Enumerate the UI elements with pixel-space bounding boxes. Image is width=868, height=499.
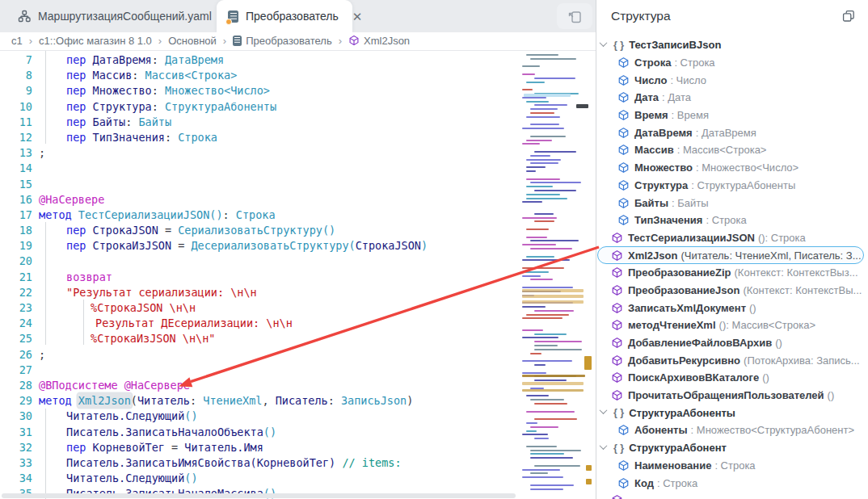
minimap-mark: [526, 101, 549, 103]
code-editor[interactable]: 7пер ДатаВремя: ДатаВремя8пер Массив: Ма…: [0, 51, 521, 499]
tree-item[interactable]: [596, 492, 868, 499]
tree-item-type: : Строка: [714, 459, 755, 472]
code-line[interactable]: 28@ВПодсистеме @НаСервере: [0, 378, 521, 393]
code-line[interactable]: 24Результат ДЕсериализации: \н\н: [0, 316, 521, 331]
code-line[interactable]: 18пер СтрокаJSON = СериализоватьСтруктур…: [0, 223, 521, 238]
breadcrumb-item-project[interactable]: c1::Офис магазин 8 1.0: [39, 35, 152, 47]
tree-item[interactable]: ДатаВремя: ДатаВремя: [596, 124, 868, 141]
tree-item[interactable]: Массив: Массив<Строка>: [596, 141, 868, 159]
cube-icon: [611, 337, 623, 349]
line-number: 25: [0, 331, 32, 346]
minimap-mark: [534, 438, 549, 439]
minimap[interactable]: [521, 51, 596, 499]
tree-item[interactable]: ПрочитатьОбращенияПользователей(): [596, 387, 868, 405]
tree-item[interactable]: ПоискАрхивовВКаталоге(): [596, 369, 868, 387]
chevron-down-icon[interactable]: [600, 39, 608, 47]
breadcrumb-item-preobrazovatel[interactable]: Преобразователь: [233, 35, 332, 47]
minimap-mark: [530, 182, 581, 183]
tree-item-name: Код: [634, 477, 654, 489]
tab-preobrazovatel[interactable]: Преобразователь ✕: [217, 0, 352, 32]
tree-item[interactable]: ДобавлениеФайловВАрхив(): [596, 334, 868, 352]
tree-item[interactable]: Код: Строка: [596, 474, 868, 492]
code-line[interactable]: 12пер ТипЗначения: Строка: [0, 130, 521, 145]
code-line[interactable]: 33Писатель.ЗаписатьИмяСвойства(КорневойТ…: [0, 455, 521, 471]
code-line[interactable]: 31Писатель.ЗаписатьНачалоОбъекта(): [0, 425, 521, 440]
code-line[interactable]: 34Читатель.Следующий(): [0, 471, 521, 486]
tree-item[interactable]: методЧтениеXml(): Массив<Строка>: [596, 317, 868, 334]
horizontal-scrollbar[interactable]: [2, 493, 516, 498]
minimap-mark: [526, 178, 560, 180]
code-line[interactable]: 29метод Xml2Json(Читатель: ЧтениеXml, Пи…: [0, 393, 521, 409]
tree-item[interactable]: ДобавитьРекурсивно(ПотокАрхива: Запись..…: [596, 351, 868, 369]
code-line[interactable]: 17метод ТестСериализацииJSON(): Строка: [0, 208, 521, 223]
code-line[interactable]: 9пер Множество: Множество<Число>: [0, 83, 521, 99]
code-line[interactable]: 27: [0, 363, 521, 378]
cube-icon: [611, 494, 623, 499]
minimap-mark: [522, 434, 548, 435]
code-line[interactable]: 22"Результат сериализации: \н\н: [0, 285, 521, 300]
code-line[interactable]: 8пер Массив: Массив<Строка>: [0, 68, 521, 83]
code-line[interactable]: 26;: [0, 347, 521, 363]
code-line[interactable]: 30Читатель.Следующий(): [0, 409, 521, 424]
code-line[interactable]: 23%СтрокаJSON \н\н: [0, 300, 521, 316]
code-line[interactable]: 15: [0, 177, 521, 192]
chevron-down-icon[interactable]: [600, 406, 608, 414]
tree-item[interactable]: Байты: Байты: [596, 194, 868, 212]
tree-item[interactable]: ЗаписатьXmlДокумент(): [596, 299, 868, 317]
code-line[interactable]: 11пер Байты: Байты: [0, 115, 521, 130]
code-line[interactable]: 25%СтрокаИзJSON \н\н": [0, 331, 521, 346]
chevron-down-icon[interactable]: [600, 442, 608, 450]
line-number: 21: [0, 270, 32, 285]
tree-item[interactable]: { }СтруктураАбонент: [596, 439, 868, 457]
tree-item-name: ДатаВремя: [634, 127, 693, 139]
code-line[interactable]: 32пер КорневойТег = Читатель.Имя: [0, 440, 521, 455]
code-line[interactable]: 19пер СтрокаИзJSON = ДесериализоватьСтру…: [0, 238, 521, 254]
code-line[interactable]: 20: [0, 254, 521, 269]
minimap-mark: [522, 306, 546, 308]
tree-item[interactable]: ТестСериализацииJSON(): Строка: [596, 229, 868, 247]
breadcrumb-item-xml2json[interactable]: Xml2Json: [348, 35, 410, 47]
tree-item[interactable]: ТипЗначения: Строка: [596, 212, 868, 229]
tree-item[interactable]: Абоненты: Множество<СтруктураАбонент>: [596, 421, 868, 439]
minimap-mark: [534, 220, 554, 222]
line-number: 22: [0, 285, 32, 300]
tree-item[interactable]: Строка: Строка: [596, 54, 868, 72]
line-number: 11: [0, 115, 32, 130]
tree-item[interactable]: Наименование: Строка: [596, 457, 868, 475]
breadcrumb-item-osnovnoy[interactable]: Основной: [168, 35, 217, 47]
code-line[interactable]: 7пер ДатаВремя: ДатаВремя: [0, 52, 521, 68]
tree-item[interactable]: ПреобразованиеJson(Контекст: КонтекстВы.…: [596, 282, 868, 300]
line-number: 15: [0, 177, 32, 192]
minimap-mark: [526, 422, 537, 424]
tree-item[interactable]: { }СтруктураАбоненты: [596, 404, 868, 421]
tree-item[interactable]: Число: Число: [596, 71, 868, 89]
code-line[interactable]: 10пер Структура: СтруктураАбоненты: [0, 99, 521, 115]
tree-item[interactable]: Структура: СтруктураАбоненты: [596, 177, 868, 195]
minimap-mark: [522, 217, 557, 219]
code-line[interactable]: 13;: [0, 145, 521, 161]
tree-item[interactable]: ПреобразованиеZip(Контекст: КонтекстВыз.…: [596, 264, 868, 282]
tree-item-type: (): [749, 302, 756, 314]
paste-button[interactable]: [557, 3, 592, 29]
tab-routing-yaml[interactable]: МаршрутизацияСообщений.yaml: [6, 0, 223, 32]
minimap-mark: [526, 186, 553, 187]
minimap-mark: [530, 108, 558, 110]
tree-item[interactable]: Время: Время: [596, 107, 868, 124]
tree-item-type: : Строка: [674, 57, 714, 69]
windows-icon[interactable]: [842, 10, 855, 23]
code-line[interactable]: 16@НаСервере: [0, 192, 521, 208]
tree-item[interactable]: Множество: Множество<Число>: [596, 159, 868, 177]
cube-icon: [617, 161, 630, 174]
code-line[interactable]: 14: [0, 161, 521, 176]
tree-item-name: ДобавлениеФайловВАрхив: [628, 337, 772, 349]
minimap-mark: [534, 465, 580, 467]
tree-item-type: (): [828, 389, 835, 401]
minimap-mark: [526, 170, 536, 172]
tree-item[interactable]: { }ТестЗаписиВJson: [596, 36, 868, 54]
line-number: 14: [0, 161, 32, 176]
close-icon[interactable]: ✕: [352, 10, 363, 23]
breadcrumb-item-c1[interactable]: c1: [11, 35, 23, 47]
tree-item[interactable]: Дата: Дата: [596, 89, 868, 107]
code-line[interactable]: 21возврат: [0, 270, 521, 285]
tree-item-selected[interactable]: Xml2Json(Читатель: ЧтениеXml, Писатель: …: [596, 246, 868, 264]
